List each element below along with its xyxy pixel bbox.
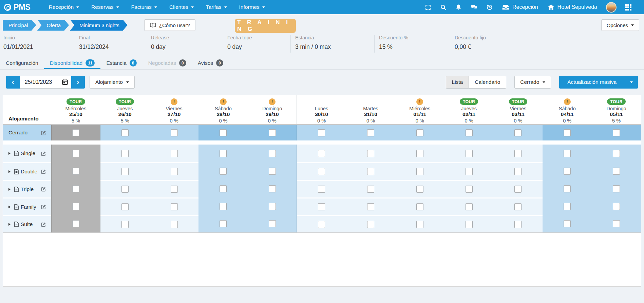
closed-checkbox-27-10[interactable] xyxy=(171,129,178,136)
closed-checkbox-02-11[interactable] xyxy=(466,129,473,136)
availability-checkbox-family-31-10[interactable] xyxy=(367,203,374,210)
availability-checkbox-single-25-10[interactable] xyxy=(72,150,79,157)
availability-checkbox-single-29-10[interactable] xyxy=(269,150,276,157)
view-list-button[interactable]: Lista xyxy=(446,76,469,89)
tab-disponibilidad[interactable]: Disponibilidad11 xyxy=(44,57,101,69)
availability-checkbox-single-30-10[interactable] xyxy=(318,150,325,157)
pms-logo[interactable]: PMS xyxy=(4,3,31,12)
closed-checkbox-30-10[interactable] xyxy=(318,129,325,136)
accommodation-filter-button[interactable]: Alojamiento xyxy=(90,76,135,89)
closed-checkbox-01-11[interactable] xyxy=(416,129,423,136)
availability-checkbox-single-03-11[interactable] xyxy=(514,150,522,157)
edit-icon[interactable] xyxy=(41,204,46,210)
availability-checkbox-double-05-11[interactable] xyxy=(613,168,620,175)
availability-checkbox-suite-31-10[interactable] xyxy=(367,221,374,228)
availability-checkbox-double-01-11[interactable] xyxy=(416,168,423,175)
how-to-use-button[interactable]: ¿Cómo usar? xyxy=(144,19,195,31)
availability-checkbox-single-26-10[interactable] xyxy=(121,150,129,157)
fullscreen-icon[interactable] xyxy=(420,0,436,14)
expand-row-icon[interactable] xyxy=(8,188,12,191)
availability-checkbox-family-01-11[interactable] xyxy=(416,203,423,210)
expand-row-icon[interactable] xyxy=(8,170,12,173)
availability-checkbox-single-27-10[interactable] xyxy=(171,150,178,157)
chat-icon[interactable] xyxy=(466,0,482,14)
availability-checkbox-single-31-10[interactable] xyxy=(367,150,374,157)
availability-checkbox-family-25-10[interactable] xyxy=(72,203,79,210)
availability-checkbox-double-31-10[interactable] xyxy=(367,168,374,175)
availability-checkbox-triple-05-11[interactable] xyxy=(613,185,620,192)
date-input[interactable] xyxy=(20,76,71,89)
status-filter-button[interactable]: Cerrado xyxy=(514,76,551,89)
closed-checkbox-05-11[interactable] xyxy=(613,129,620,136)
availability-checkbox-family-28-10[interactable] xyxy=(220,203,227,210)
availability-checkbox-suite-27-10[interactable] xyxy=(171,221,178,228)
availability-checkbox-suite-25-10[interactable] xyxy=(72,220,79,227)
tab-configuracion[interactable]: Configuración xyxy=(0,57,44,69)
availability-checkbox-triple-01-11[interactable] xyxy=(416,186,423,193)
apps-grid-icon[interactable] xyxy=(621,0,636,14)
user-avatar[interactable] xyxy=(606,2,617,13)
breadcrumb-item-minimum-3-nights[interactable]: Minimum 3 nights xyxy=(70,20,128,31)
availability-checkbox-family-03-11[interactable] xyxy=(514,203,522,210)
edit-icon[interactable] xyxy=(41,130,46,136)
expand-row-icon[interactable] xyxy=(8,152,12,155)
closed-checkbox-31-10[interactable] xyxy=(367,129,374,136)
availability-checkbox-single-28-10[interactable] xyxy=(220,150,227,157)
availability-checkbox-double-28-10[interactable] xyxy=(220,168,227,175)
closed-checkbox-28-10[interactable] xyxy=(220,129,227,136)
availability-checkbox-double-03-11[interactable] xyxy=(514,168,522,175)
edit-icon[interactable] xyxy=(41,222,46,227)
availability-checkbox-triple-02-11[interactable] xyxy=(466,186,473,193)
closed-checkbox-29-10[interactable] xyxy=(269,129,276,136)
availability-checkbox-family-05-11[interactable] xyxy=(613,203,620,210)
closed-checkbox-25-10[interactable] xyxy=(72,129,79,136)
menu-recepcion[interactable]: Recepción xyxy=(43,0,85,14)
availability-checkbox-triple-27-10[interactable] xyxy=(171,186,178,193)
menu-informes[interactable]: Informes xyxy=(233,0,271,14)
availability-checkbox-single-05-11[interactable] xyxy=(613,150,620,157)
availability-checkbox-suite-02-11[interactable] xyxy=(466,221,473,228)
history-icon[interactable] xyxy=(482,0,497,14)
edit-icon[interactable] xyxy=(41,186,46,192)
hotel-selector[interactable]: Hotel Sepulveda xyxy=(543,4,602,10)
availability-checkbox-suite-29-10[interactable] xyxy=(269,220,276,227)
availability-checkbox-suite-26-10[interactable] xyxy=(121,221,129,228)
availability-checkbox-family-29-10[interactable] xyxy=(269,203,276,210)
breadcrumb-item-oferta[interactable]: Oferta xyxy=(37,20,69,31)
next-date-button[interactable]: › xyxy=(71,76,85,89)
availability-checkbox-double-30-10[interactable] xyxy=(318,168,325,175)
availability-checkbox-triple-31-10[interactable] xyxy=(367,186,374,193)
availability-checkbox-family-27-10[interactable] xyxy=(171,203,178,210)
availability-checkbox-suite-01-11[interactable] xyxy=(416,221,423,228)
menu-facturas[interactable]: Facturas xyxy=(125,0,163,14)
availability-checkbox-family-30-10[interactable] xyxy=(318,203,325,210)
availability-checkbox-suite-28-10[interactable] xyxy=(220,220,227,227)
bell-icon[interactable] xyxy=(451,0,466,14)
availability-checkbox-double-29-10[interactable] xyxy=(269,168,276,175)
availability-checkbox-family-02-11[interactable] xyxy=(466,203,473,210)
closed-checkbox-04-11[interactable] xyxy=(564,129,571,136)
availability-checkbox-suite-03-11[interactable] xyxy=(514,221,522,228)
edit-icon[interactable] xyxy=(41,169,46,174)
availability-checkbox-suite-04-11[interactable] xyxy=(564,220,571,227)
availability-checkbox-double-25-10[interactable] xyxy=(72,168,79,175)
edit-icon[interactable] xyxy=(41,151,46,156)
availability-checkbox-single-01-11[interactable] xyxy=(416,150,423,157)
expand-row-icon[interactable] xyxy=(8,223,12,226)
availability-checkbox-double-26-10[interactable] xyxy=(121,168,129,175)
breadcrumb-item-principal[interactable]: Principal xyxy=(3,20,36,31)
tab-avisos[interactable]: Avisos0 xyxy=(192,57,229,69)
availability-checkbox-double-02-11[interactable] xyxy=(466,168,473,175)
search-icon[interactable] xyxy=(436,0,451,14)
availability-checkbox-double-27-10[interactable] xyxy=(171,168,178,175)
closed-checkbox-03-11[interactable] xyxy=(514,129,522,136)
options-button[interactable]: Opciones xyxy=(601,19,639,31)
availability-checkbox-family-26-10[interactable] xyxy=(121,203,129,210)
bulk-update-caret[interactable] xyxy=(625,76,638,89)
tab-estancia[interactable]: Estancia8 xyxy=(100,57,142,69)
availability-checkbox-family-04-11[interactable] xyxy=(564,203,571,210)
availability-checkbox-triple-29-10[interactable] xyxy=(269,185,276,192)
availability-checkbox-suite-05-11[interactable] xyxy=(613,220,620,227)
reception-inbox[interactable]: Recepción xyxy=(497,4,543,10)
availability-checkbox-triple-26-10[interactable] xyxy=(121,186,129,193)
